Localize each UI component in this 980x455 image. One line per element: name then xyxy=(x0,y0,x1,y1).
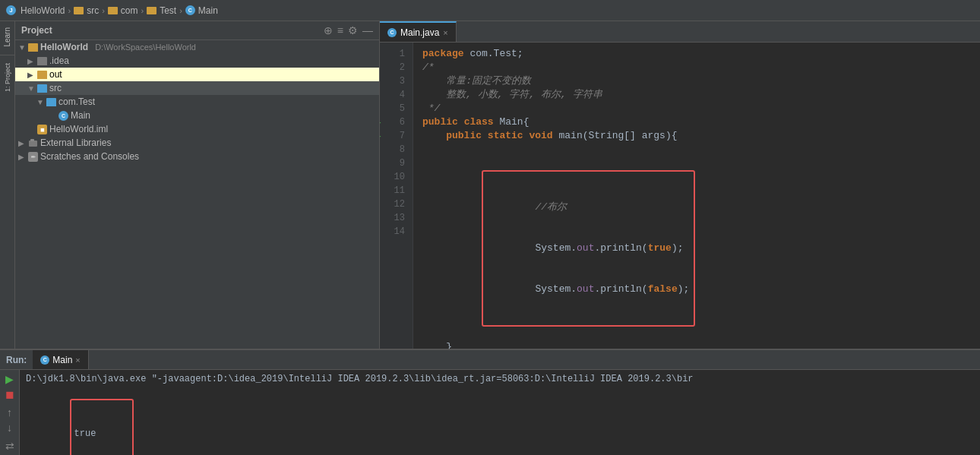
output-true-false-box: true false xyxy=(70,399,134,455)
tree-item-src[interactable]: ▼ src xyxy=(15,81,379,95)
run-output: D:\jdk1.8\bin\java.exe "-javaagent:D:\id… xyxy=(20,370,980,455)
tree-item-out[interactable]: ▶ out xyxy=(15,68,379,81)
title-bar: J HelloWorld › src › com › Test › C Main xyxy=(0,0,980,21)
line-num-13: 13 xyxy=(383,211,409,225)
settings-icon[interactable]: ⚙ xyxy=(348,24,358,36)
project-tab-vertical[interactable]: 1: Project xyxy=(2,57,14,98)
project-panel-header: Project ⊕ ≡ ⚙ — xyxy=(15,21,379,40)
main-area: Learn 1: Project Project ⊕ ≡ ⚙ — ▼ Hello… xyxy=(0,21,980,349)
bottom-tab-main[interactable]: C Main × xyxy=(33,350,88,369)
scratches-icon: ✏ xyxy=(28,152,38,162)
line-num-14: 14 xyxy=(383,225,409,239)
tree-arrow-idea: ▶ xyxy=(27,57,35,65)
learn-tab[interactable]: Learn xyxy=(1,21,14,53)
breadcrumb-project: HelloWorld xyxy=(21,5,65,16)
run-arrow-7: ▶ xyxy=(380,130,381,144)
breadcrumb: HelloWorld › src › com › Test › C Main xyxy=(21,5,218,16)
line-num-3: 3 xyxy=(383,74,409,88)
editor-content: 1 2 3 4 5 ▶ 6 ▶ 7 8 9 10 11 12 13 14 xyxy=(380,43,980,349)
line-num-7: ▶ 7 xyxy=(383,129,409,143)
out-folder-icon xyxy=(37,71,47,79)
wrap-btn[interactable]: ⇄ xyxy=(2,440,17,452)
code-line-11: System.out.println(false); xyxy=(488,283,689,296)
tree-item-helloworld[interactable]: ▼ HelloWorld D:\WorkSpaces\HelloWorld xyxy=(15,40,379,54)
code-area[interactable]: package com.Test; /* 常量:固定不变的数 整数, 小数, 字… xyxy=(413,43,980,349)
helloworld-path: D:\WorkSpaces\HelloWorld xyxy=(95,43,196,52)
breadcrumb-com: com xyxy=(121,5,138,16)
line-num-6: ▶ 6 xyxy=(383,115,409,129)
line-num-9: 9 xyxy=(383,156,409,170)
bottom-panel: Run: C Main × ▶ ◼ ↑ ↓ ⇄ ⇅ D:\jdk1.8\bin\… xyxy=(0,349,980,455)
scratches-label: Scratches and Consoles xyxy=(40,151,139,162)
code-line-1: package com.Test; xyxy=(422,47,971,61)
run-arrow-6: ▶ xyxy=(380,116,381,130)
code-line-6: public class Main{ xyxy=(422,115,971,129)
line-numbers: 1 2 3 4 5 ▶ 6 ▶ 7 8 9 10 11 12 13 14 xyxy=(380,43,413,349)
cmd-line: D:\jdk1.8\bin\java.exe "-javaagent:D:\id… xyxy=(26,373,974,386)
breadcrumb-main: Main xyxy=(198,5,218,16)
line-num-1: 1 xyxy=(383,47,409,61)
scroll-down-btn[interactable]: ↓ xyxy=(2,422,17,434)
com-test-label: com.Test xyxy=(58,96,95,107)
tree-arrow-com-test: ▼ xyxy=(36,98,44,106)
run-tab-close[interactable]: × xyxy=(75,355,80,365)
project-panel-title: Project xyxy=(21,25,319,36)
run-tab-icon: C xyxy=(40,355,49,365)
code-line-8 xyxy=(422,143,971,156)
breadcrumb-test: Test xyxy=(160,5,176,16)
code-line-2: /* xyxy=(422,61,971,74)
ext-lib-label: External Libraries xyxy=(40,137,111,148)
run-label: Run: xyxy=(0,350,33,369)
vertical-sidebar: Learn 1: Project xyxy=(0,21,15,349)
line-num-2: 2 xyxy=(383,61,409,74)
tree-arrow-scratches: ▶ xyxy=(18,153,26,161)
code-line-7: public static void main(String[] args){ xyxy=(422,129,971,143)
svg-rect-0 xyxy=(29,141,37,147)
line-num-11: 11 xyxy=(383,184,409,197)
collapse-icon[interactable]: ≡ xyxy=(337,24,343,36)
project-panel: Project ⊕ ≡ ⚙ — ▼ HelloWorld D:\WorkSpac… xyxy=(15,21,380,349)
code-line-5: */ xyxy=(422,102,971,115)
line-num-4: 4 xyxy=(383,88,409,102)
code-line-10: System.out.println(true); xyxy=(488,242,689,255)
code-line-12: } xyxy=(422,340,971,349)
line-num-8: 8 xyxy=(383,143,409,156)
helloworld-folder-icon xyxy=(28,43,38,52)
output-highlight-block: true false xyxy=(26,386,974,455)
sync-icon[interactable]: ⊕ xyxy=(324,24,333,36)
code-line-9: //布尔 xyxy=(488,201,689,214)
bottom-sidebar: ▶ ◼ ↑ ↓ ⇄ ⇅ xyxy=(0,370,20,455)
iml-icon: ◼ xyxy=(37,125,47,134)
bottom-content: ▶ ◼ ↑ ↓ ⇄ ⇅ D:\jdk1.8\bin\java.exe "-jav… xyxy=(0,370,980,455)
idea-folder-icon xyxy=(37,57,47,65)
app-icon: J xyxy=(6,5,16,15)
main-icon: C xyxy=(185,5,195,15)
tab-main-java[interactable]: C Main.java × xyxy=(380,21,457,42)
tree-arrow-ext-lib: ▶ xyxy=(18,139,26,147)
tree-item-ext-lib[interactable]: ▶ External Libraries xyxy=(15,136,379,150)
stop-button[interactable]: ◼ xyxy=(2,388,17,400)
idea-label: .idea xyxy=(49,55,69,66)
tree-item-com-test[interactable]: ▼ com.Test xyxy=(15,95,379,109)
tab-close-button[interactable]: × xyxy=(443,28,447,37)
panel-header-icons: ⊕ ≡ ⚙ — xyxy=(324,24,373,36)
code-line-4: 整数, 小数, 字符, 布尔, 字符串 xyxy=(422,88,971,102)
bottom-tabs: Run: C Main × xyxy=(0,350,980,370)
tree-arrow-out: ▶ xyxy=(27,71,35,79)
output-true: true xyxy=(74,428,129,441)
tree-item-helloworld-iml[interactable]: ◼ HelloWorld.iml xyxy=(15,122,379,136)
tree-arrow: ▼ xyxy=(18,43,26,52)
scroll-up-btn[interactable]: ↑ xyxy=(2,406,17,419)
run-button[interactable]: ▶ xyxy=(2,373,17,385)
com-folder-icon xyxy=(108,7,118,14)
tree-item-scratches[interactable]: ▶ ✏ Scratches and Consoles xyxy=(15,150,379,163)
minimize-icon[interactable]: — xyxy=(362,24,373,36)
highlight-box: //布尔 System.out.println(true); System.ou… xyxy=(482,170,695,327)
src-folder-icon xyxy=(74,7,84,14)
line-num-10: 10 xyxy=(383,170,409,184)
tab-label: Main.java xyxy=(400,27,439,38)
ext-lib-icon xyxy=(28,138,38,148)
com-test-folder-icon xyxy=(46,98,56,106)
tree-item-main[interactable]: C Main xyxy=(15,109,379,122)
tree-item-idea[interactable]: ▶ .idea xyxy=(15,54,379,68)
